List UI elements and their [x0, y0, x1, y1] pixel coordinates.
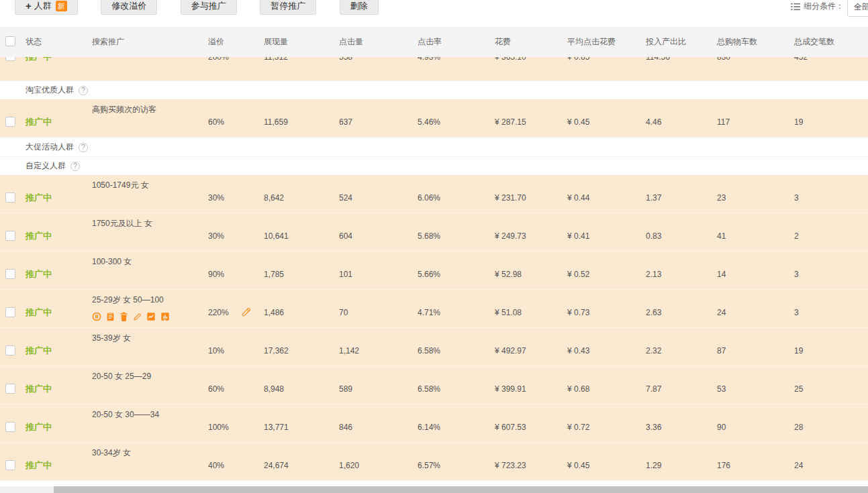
avg_cost-value: ¥ 0.44: [567, 193, 589, 203]
row-checkbox[interactable]: [5, 384, 15, 394]
row-checkbox[interactable]: [5, 307, 15, 317]
join-promotion-button[interactable]: 参与推广: [181, 0, 237, 15]
modify-premium-button[interactable]: 修改溢价: [101, 0, 157, 15]
impressions-value: 11,659: [264, 117, 288, 127]
select-all-checkbox[interactable]: [5, 36, 15, 46]
trend-chart-icon[interactable]: [146, 312, 156, 321]
pause-promotion-button[interactable]: 暂停推广: [260, 0, 316, 15]
col-header-roi[interactable]: 投入产出比: [646, 36, 717, 48]
audience-name[interactable]: 高购买频次的访客: [92, 104, 208, 115]
horizontal-scrollbar[interactable]: [0, 486, 868, 493]
impressions-value: 11,312: [264, 57, 288, 62]
status-label: 推广中: [26, 421, 52, 433]
edit-premium-icon[interactable]: [241, 307, 251, 317]
impressions-value: 1,486: [264, 308, 284, 317]
col-header-clicks[interactable]: 点击量: [339, 36, 418, 48]
avg_cost-cell: ¥ 0.72: [567, 404, 646, 443]
col-header-premium[interactable]: 溢价: [208, 36, 264, 48]
avg_cost-value: ¥ 0.73: [567, 308, 589, 317]
deals-cell: 2: [794, 213, 868, 252]
audience-name[interactable]: 30-34岁 女: [92, 447, 208, 458]
row-checkbox[interactable]: [5, 422, 15, 432]
carts-value: 90: [717, 423, 726, 432]
impressions-cell: 1,785: [264, 252, 339, 290]
row-checkbox[interactable]: [5, 231, 15, 241]
impressions-cell: 13,771: [264, 404, 339, 443]
carts-cell: 23: [717, 175, 794, 213]
pause-icon[interactable]: [92, 312, 101, 321]
cost-cell: ¥ 723.23: [495, 443, 567, 481]
edit-icon[interactable]: [133, 313, 142, 321]
carts-cell: 117: [717, 99, 794, 138]
roi-value: 4.46: [646, 117, 661, 127]
clicks-cell: 637: [339, 99, 418, 138]
name-cell: 1050-1749元 女: [92, 175, 208, 213]
ctr-value: 6.57%: [418, 461, 440, 470]
help-icon[interactable]: ?: [79, 86, 88, 95]
add-audience-button[interactable]: + 人群 新: [15, 0, 78, 15]
audience-name[interactable]: 1050-1749元 女: [92, 180, 208, 190]
checkbox-cell: [0, 57, 20, 80]
delete-button[interactable]: 删除: [340, 0, 379, 15]
audience-name[interactable]: 1750元及以上 女: [92, 218, 208, 229]
help-icon[interactable]: ?: [79, 143, 88, 152]
roi-value: 2.13: [646, 270, 661, 279]
table-row-grid: 推广中20-50 女 25—2960%8,9485896.58%¥ 399.91…: [0, 366, 868, 404]
row-checkbox[interactable]: [5, 193, 15, 203]
deals-value: 25: [794, 384, 803, 394]
col-header-carts[interactable]: 总购物车数: [717, 36, 794, 48]
toolbar: + 人群 新 修改溢价 参与推广 暂停推广 删除 细分条件： 全部: [0, 0, 868, 27]
table-header: 状态 搜索推广 溢价 展现量 点击量 点击率 花费 平均点击花费 投入产出比 总…: [0, 27, 868, 57]
col-header-deals[interactable]: 总成交笔数: [794, 36, 868, 48]
segment-dropdown[interactable]: 全部: [847, 0, 868, 17]
audience-name[interactable]: 25-29岁 女 50—100: [92, 294, 208, 305]
col-header-impressions[interactable]: 展现量: [264, 36, 339, 48]
roi-cell: 2.13: [646, 252, 717, 290]
carts-value: 117: [717, 117, 730, 127]
cost-cell: ¥ 249.73: [495, 213, 567, 252]
row-checkbox[interactable]: [5, 345, 15, 355]
col-header-search-promo[interactable]: 搜索推广: [92, 36, 208, 48]
delete-icon[interactable]: [119, 312, 128, 321]
premium-cell: 100%: [208, 404, 264, 443]
col-header-ctr[interactable]: 点击率: [418, 36, 495, 48]
report-icon[interactable]: [106, 312, 115, 321]
premium-cell: 40%: [208, 443, 264, 481]
audience-name[interactable]: 35-39岁 女: [92, 333, 208, 343]
scrollbar-thumb[interactable]: [54, 486, 868, 493]
row-checkbox[interactable]: [5, 57, 15, 61]
ctr-cell: 6.57%: [418, 443, 495, 481]
carts-cell: 24: [717, 290, 794, 328]
help-icon[interactable]: ?: [70, 162, 80, 171]
audience-name[interactable]: 100-300 女: [92, 256, 208, 267]
clicks-cell: 558: [339, 57, 418, 80]
row-checkbox[interactable]: [5, 117, 15, 127]
row-checkbox[interactable]: [5, 460, 15, 470]
roi-value: 1.29: [646, 461, 661, 470]
row-checkbox[interactable]: [5, 269, 15, 279]
avg_cost-cell: ¥ 0.43: [567, 328, 646, 366]
segment-filter: 细分条件：: [791, 1, 844, 12]
audience-name[interactable]: 20-50 女 30——34: [92, 409, 208, 420]
col-header-cost[interactable]: 花费: [495, 36, 567, 48]
clicks-cell: 1,620: [339, 443, 418, 481]
roi-cell: 0.83: [646, 213, 717, 252]
impressions-value: 1,785: [264, 270, 284, 279]
table-body: 推广中200%11,3125584.93%¥ 365.10¥ 0.65114.5…: [0, 57, 868, 481]
checkbox-cell: [0, 175, 20, 213]
cost-value: ¥ 52.98: [495, 270, 522, 279]
avg_cost-value: ¥ 0.68: [567, 384, 589, 394]
cost-value: ¥ 51.08: [495, 308, 522, 317]
checkbox-cell: [0, 404, 20, 443]
col-header-avg-cost[interactable]: 平均点击花费: [567, 36, 646, 48]
name-cell: 20-50 女 30——34: [92, 404, 208, 443]
name-cell: 100-300 女: [92, 252, 208, 290]
name-cell: 25-29岁 女 50—100: [92, 290, 208, 328]
col-header-status[interactable]: 状态: [20, 36, 92, 48]
cost-value: ¥ 723.23: [495, 461, 526, 470]
audience-name[interactable]: 20-50 女 25—29: [92, 371, 208, 382]
clicks-cell: 70: [339, 290, 418, 328]
deals-cell: 3: [794, 175, 868, 213]
table-row: 推广中20-50 女 30——34100%13,7718466.14%¥ 607…: [0, 404, 868, 443]
chart-column-icon[interactable]: [160, 312, 170, 321]
